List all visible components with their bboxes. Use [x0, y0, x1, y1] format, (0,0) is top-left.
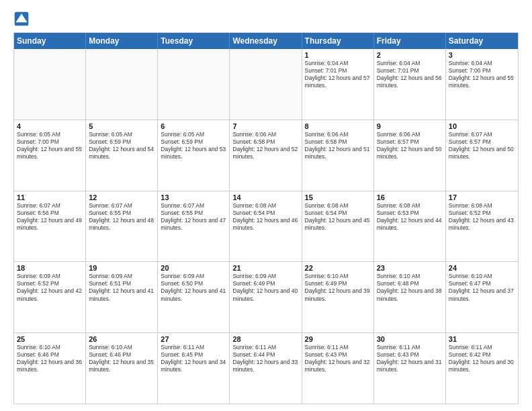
calendar-cell: 17Sunrise: 6:08 AMSunset: 6:52 PMDayligh…: [446, 191, 518, 262]
day-number: 1: [305, 51, 371, 59]
calendar-cell: 20Sunrise: 6:09 AMSunset: 6:50 PMDayligh…: [158, 262, 230, 332]
calendar-row-2: 11Sunrise: 6:07 AMSunset: 6:56 PMDayligh…: [14, 191, 518, 263]
cell-info: Sunrise: 6:10 AMSunset: 6:48 PMDaylight:…: [377, 273, 443, 302]
day-number: 10: [449, 122, 515, 130]
day-number: 27: [161, 335, 226, 343]
cell-info: Sunrise: 6:11 AMSunset: 6:42 PMDaylight:…: [449, 344, 515, 373]
day-number: 19: [89, 264, 154, 272]
header-day-wednesday: Wednesday: [230, 33, 302, 49]
cell-info: Sunrise: 6:09 AMSunset: 6:52 PMDaylight:…: [17, 273, 83, 302]
calendar-cell: [14, 49, 86, 120]
calendar-cell: 14Sunrise: 6:08 AMSunset: 6:54 PMDayligh…: [230, 191, 302, 262]
calendar-cell: 26Sunrise: 6:10 AMSunset: 6:46 PMDayligh…: [86, 333, 158, 404]
cell-info: Sunrise: 6:06 AMSunset: 6:58 PMDaylight:…: [305, 131, 371, 161]
day-number: 18: [17, 264, 83, 272]
cell-info: Sunrise: 6:08 AMSunset: 6:53 PMDaylight:…: [377, 202, 443, 232]
calendar-cell: 3Sunrise: 6:04 AMSunset: 7:00 PMDaylight…: [446, 49, 518, 120]
calendar-row-3: 18Sunrise: 6:09 AMSunset: 6:52 PMDayligh…: [14, 262, 518, 333]
cell-info: Sunrise: 6:10 AMSunset: 6:46 PMDaylight:…: [89, 344, 154, 373]
calendar-cell: 30Sunrise: 6:11 AMSunset: 6:43 PMDayligh…: [374, 333, 446, 404]
day-number: 7: [232, 122, 298, 130]
cell-info: Sunrise: 6:07 AMSunset: 6:56 PMDaylight:…: [17, 202, 83, 232]
day-number: 6: [161, 122, 226, 130]
cell-info: Sunrise: 6:05 AMSunset: 6:59 PMDaylight:…: [161, 131, 226, 161]
calendar-cell: 19Sunrise: 6:09 AMSunset: 6:51 PMDayligh…: [86, 262, 158, 332]
calendar-body: 1Sunrise: 6:04 AMSunset: 7:01 PMDaylight…: [14, 49, 518, 404]
calendar-cell: 8Sunrise: 6:06 AMSunset: 6:58 PMDaylight…: [302, 120, 374, 191]
cell-info: Sunrise: 6:11 AMSunset: 6:43 PMDaylight:…: [377, 344, 443, 373]
cell-info: Sunrise: 6:08 AMSunset: 6:52 PMDaylight:…: [449, 202, 515, 232]
calendar-row-1: 4Sunrise: 6:05 AMSunset: 7:00 PMDaylight…: [14, 120, 518, 191]
cell-info: Sunrise: 6:06 AMSunset: 6:57 PMDaylight:…: [377, 131, 443, 161]
header: [13, 11, 519, 27]
calendar-row-0: 1Sunrise: 6:04 AMSunset: 7:01 PMDaylight…: [14, 49, 518, 120]
day-number: 5: [89, 122, 154, 130]
day-number: 31: [449, 335, 515, 343]
calendar-cell: 5Sunrise: 6:05 AMSunset: 6:59 PMDaylight…: [86, 120, 158, 191]
cell-info: Sunrise: 6:07 AMSunset: 6:55 PMDaylight:…: [89, 202, 154, 232]
day-number: 13: [161, 193, 226, 201]
day-number: 2: [377, 51, 443, 59]
cell-info: Sunrise: 6:04 AMSunset: 7:01 PMDaylight:…: [377, 60, 443, 89]
cell-info: Sunrise: 6:07 AMSunset: 6:57 PMDaylight:…: [449, 131, 515, 161]
calendar: SundayMondayTuesdayWednesdayThursdayFrid…: [13, 32, 519, 404]
calendar-cell: 13Sunrise: 6:07 AMSunset: 6:55 PMDayligh…: [158, 191, 230, 262]
cell-info: Sunrise: 6:05 AMSunset: 7:00 PMDaylight:…: [17, 131, 83, 161]
day-number: 29: [305, 335, 371, 343]
calendar-cell: 9Sunrise: 6:06 AMSunset: 6:57 PMDaylight…: [374, 120, 446, 191]
header-day-thursday: Thursday: [302, 33, 374, 49]
header-day-tuesday: Tuesday: [158, 33, 230, 49]
day-number: 11: [17, 193, 83, 201]
logo-icon: [13, 11, 30, 27]
cell-info: Sunrise: 6:06 AMSunset: 6:58 PMDaylight:…: [232, 131, 298, 161]
day-number: 14: [232, 193, 298, 201]
cell-info: Sunrise: 6:10 AMSunset: 6:49 PMDaylight:…: [305, 273, 371, 302]
day-number: 28: [232, 335, 298, 343]
calendar-cell: 4Sunrise: 6:05 AMSunset: 7:00 PMDaylight…: [14, 120, 86, 191]
calendar-cell: 1Sunrise: 6:04 AMSunset: 7:01 PMDaylight…: [302, 49, 374, 120]
day-number: 22: [305, 264, 371, 272]
logo: [13, 11, 32, 27]
cell-info: Sunrise: 6:11 AMSunset: 6:45 PMDaylight:…: [161, 344, 226, 373]
cell-info: Sunrise: 6:11 AMSunset: 6:43 PMDaylight:…: [305, 344, 371, 373]
header-day-saturday: Saturday: [446, 33, 518, 49]
cell-info: Sunrise: 6:09 AMSunset: 6:50 PMDaylight:…: [161, 273, 226, 302]
calendar-cell: 28Sunrise: 6:11 AMSunset: 6:44 PMDayligh…: [230, 333, 302, 404]
calendar-row-4: 25Sunrise: 6:10 AMSunset: 6:46 PMDayligh…: [14, 333, 518, 404]
calendar-cell: [230, 49, 302, 120]
day-number: 9: [377, 122, 443, 130]
cell-info: Sunrise: 6:10 AMSunset: 6:47 PMDaylight:…: [449, 273, 515, 302]
calendar-cell: 22Sunrise: 6:10 AMSunset: 6:49 PMDayligh…: [302, 262, 374, 332]
calendar-header: SundayMondayTuesdayWednesdayThursdayFrid…: [14, 33, 518, 49]
day-number: 26: [89, 335, 154, 343]
day-number: 16: [377, 193, 443, 201]
day-number: 20: [161, 264, 226, 272]
calendar-cell: 11Sunrise: 6:07 AMSunset: 6:56 PMDayligh…: [14, 191, 86, 262]
day-number: 25: [17, 335, 83, 343]
day-number: 23: [377, 264, 443, 272]
day-number: 8: [305, 122, 371, 130]
calendar-cell: [86, 49, 158, 120]
header-day-friday: Friday: [374, 33, 446, 49]
calendar-cell: 24Sunrise: 6:10 AMSunset: 6:47 PMDayligh…: [446, 262, 518, 332]
day-number: 17: [449, 193, 515, 201]
cell-info: Sunrise: 6:11 AMSunset: 6:44 PMDaylight:…: [232, 344, 298, 373]
calendar-cell: 29Sunrise: 6:11 AMSunset: 6:43 PMDayligh…: [302, 333, 374, 404]
calendar-cell: 23Sunrise: 6:10 AMSunset: 6:48 PMDayligh…: [374, 262, 446, 332]
day-number: 3: [449, 51, 515, 59]
calendar-cell: 15Sunrise: 6:08 AMSunset: 6:54 PMDayligh…: [302, 191, 374, 262]
calendar-cell: [158, 49, 230, 120]
calendar-cell: 31Sunrise: 6:11 AMSunset: 6:42 PMDayligh…: [446, 333, 518, 404]
calendar-cell: 7Sunrise: 6:06 AMSunset: 6:58 PMDaylight…: [230, 120, 302, 191]
calendar-cell: 27Sunrise: 6:11 AMSunset: 6:45 PMDayligh…: [158, 333, 230, 404]
cell-info: Sunrise: 6:05 AMSunset: 6:59 PMDaylight:…: [89, 131, 154, 161]
day-number: 12: [89, 193, 154, 201]
calendar-cell: 16Sunrise: 6:08 AMSunset: 6:53 PMDayligh…: [374, 191, 446, 262]
cell-info: Sunrise: 6:08 AMSunset: 6:54 PMDaylight:…: [305, 202, 371, 232]
calendar-cell: 6Sunrise: 6:05 AMSunset: 6:59 PMDaylight…: [158, 120, 230, 191]
calendar-cell: 12Sunrise: 6:07 AMSunset: 6:55 PMDayligh…: [86, 191, 158, 262]
day-number: 30: [377, 335, 443, 343]
calendar-cell: 25Sunrise: 6:10 AMSunset: 6:46 PMDayligh…: [14, 333, 86, 404]
cell-info: Sunrise: 6:08 AMSunset: 6:54 PMDaylight:…: [232, 202, 298, 232]
cell-info: Sunrise: 6:09 AMSunset: 6:49 PMDaylight:…: [232, 273, 298, 302]
